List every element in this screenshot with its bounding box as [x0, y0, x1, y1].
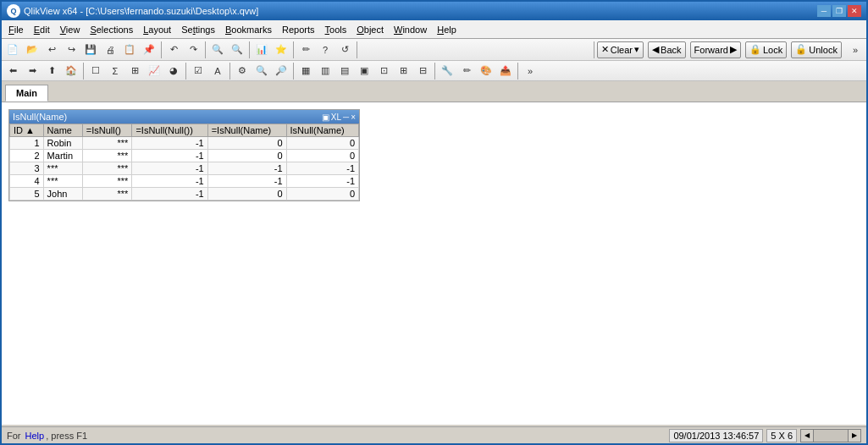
- table-cell: 0: [286, 150, 358, 162]
- tb-chart-button[interactable]: 📊: [252, 41, 271, 59]
- menu-reports[interactable]: Reports: [277, 23, 320, 36]
- tb-search-button[interactable]: 🔍: [208, 41, 227, 59]
- clear-button[interactable]: ✕ Clear ▾: [597, 41, 644, 58]
- tb2-forward-button[interactable]: ➡: [23, 62, 41, 80]
- menu-bookmarks[interactable]: Bookmarks: [220, 23, 277, 36]
- menu-file[interactable]: File: [3, 23, 29, 36]
- tb-sep2: [205, 41, 206, 58]
- help-link[interactable]: Help: [25, 431, 45, 441]
- menu-selections[interactable]: Selections: [85, 23, 138, 36]
- tb2-edit2-button[interactable]: ✏: [457, 62, 476, 80]
- tb2-home-button[interactable]: 🏠: [62, 62, 80, 80]
- tb2-sel2-button[interactable]: ▥: [316, 62, 334, 80]
- tb2-sel4-button[interactable]: ▣: [355, 62, 373, 80]
- tb2-sel3-button[interactable]: ▤: [335, 62, 354, 80]
- table-icon-snapshot[interactable]: ▣: [322, 113, 329, 122]
- tb2-table-button[interactable]: ⊞: [125, 62, 144, 80]
- tb-back-arrow-button[interactable]: ↩: [42, 41, 61, 59]
- col-header-isnull-null[interactable]: =IsNull(): [82, 124, 132, 137]
- tb-redo-button[interactable]: ↷: [184, 41, 202, 59]
- tab-bar: Main: [2, 81, 866, 102]
- minimize-button[interactable]: ─: [817, 5, 831, 17]
- table-cell: ***: [82, 188, 132, 201]
- tb2-sel7-button[interactable]: ⊟: [413, 62, 432, 80]
- col-header-isnull-name2[interactable]: IsNull(Name): [286, 124, 358, 137]
- scroll-track[interactable]: [814, 429, 848, 442]
- tb2-check-button[interactable]: ☑: [189, 62, 207, 80]
- menu-settings[interactable]: Settings: [176, 23, 220, 36]
- tb2-sum-button[interactable]: Σ: [106, 62, 124, 80]
- table-icon-close[interactable]: ×: [351, 113, 356, 122]
- tb2-gear-button[interactable]: ⚙: [233, 62, 252, 80]
- tb-question-button[interactable]: ?: [316, 41, 334, 59]
- tb-forward-arrow-button[interactable]: ↪: [62, 41, 80, 59]
- table-cell: ***: [82, 162, 132, 175]
- tb2-zoom-button[interactable]: 🔎: [272, 62, 290, 80]
- menu-layout[interactable]: Layout: [138, 23, 176, 36]
- menu-object[interactable]: Object: [351, 23, 389, 36]
- scroll-right-button[interactable]: ▶: [848, 429, 861, 442]
- tb2-up-button[interactable]: ⬆: [42, 62, 61, 80]
- app-window: Q QlikView x64 - [C:\Users\fernando.suzu…: [0, 0, 868, 445]
- table-cell: -1: [207, 175, 286, 188]
- col-header-isnull-name[interactable]: =IsNull(Name): [207, 124, 286, 137]
- tb2-tools2-button[interactable]: 🔧: [438, 62, 456, 80]
- scroll-left-button[interactable]: ◀: [800, 429, 814, 442]
- scrollbar-horizontal[interactable]: ◀ ▶: [800, 429, 861, 442]
- tb2-select-button[interactable]: ☐: [86, 62, 105, 80]
- tb-find-button[interactable]: 🔍: [228, 41, 246, 59]
- table-row: 4******-1-1-1: [10, 175, 359, 188]
- forward-arrow-icon: ▶: [730, 44, 737, 55]
- tb2-sel6-button[interactable]: ⊞: [394, 62, 412, 80]
- restore-button[interactable]: ❐: [832, 5, 846, 17]
- tab-main[interactable]: Main: [5, 85, 48, 102]
- tb2-color-button[interactable]: 🎨: [477, 62, 495, 80]
- tb-copy-button[interactable]: 📋: [120, 41, 139, 59]
- tb2-export-button[interactable]: 📤: [496, 62, 515, 80]
- table-title-icons: ▣ XL ─ ×: [322, 113, 356, 122]
- menu-tools[interactable]: Tools: [320, 23, 352, 36]
- forward-button[interactable]: Forward ▶: [690, 41, 741, 58]
- col-header-name[interactable]: Name: [43, 124, 82, 137]
- tb2-sel5-button[interactable]: ⊡: [374, 62, 393, 80]
- col-header-id[interactable]: ID ▲: [10, 124, 44, 137]
- menu-edit[interactable]: Edit: [29, 23, 55, 36]
- menu-view[interactable]: View: [55, 23, 86, 36]
- unlock-icon: 🔓: [795, 44, 807, 55]
- unlock-button[interactable]: 🔓 Unlock: [791, 41, 842, 58]
- col-header-isnull-null-null[interactable]: =IsNull(Null()): [132, 124, 207, 137]
- back-button[interactable]: ◀ Back: [648, 41, 685, 58]
- lock-button[interactable]: 🔒 Lock: [745, 41, 787, 58]
- tb-paste-button[interactable]: 📌: [140, 41, 158, 59]
- tb-overflow-button[interactable]: »: [846, 41, 865, 59]
- tb-print-button[interactable]: 🖨: [101, 41, 119, 59]
- tb2-overflow2-button[interactable]: »: [521, 62, 539, 80]
- tb2-sel1-button[interactable]: ▦: [296, 62, 315, 80]
- tb2-search2-button[interactable]: 🔍: [252, 62, 271, 80]
- tb-star-button[interactable]: ⭐: [272, 41, 290, 59]
- tb2-pie-button[interactable]: ◕: [164, 62, 183, 80]
- tb2-sep6: [517, 63, 518, 80]
- tb2-chart2-button[interactable]: 📈: [145, 62, 163, 80]
- table-cell: ***: [82, 150, 132, 162]
- close-button[interactable]: ✕: [848, 5, 861, 17]
- menu-bar: File Edit View Selections Layout Setting…: [2, 20, 866, 39]
- table-cell: 0: [207, 137, 286, 150]
- tb-reload-button[interactable]: ↺: [335, 41, 354, 59]
- menu-window[interactable]: Window: [389, 23, 432, 36]
- menu-help[interactable]: Help: [432, 23, 462, 36]
- tb-open-button[interactable]: 📂: [23, 41, 41, 59]
- table-cell: ***: [82, 137, 132, 150]
- tb2-text-button[interactable]: A: [208, 62, 227, 80]
- tb-new-button[interactable]: 📄: [3, 41, 22, 59]
- table-icon-xl[interactable]: XL: [331, 113, 341, 122]
- tb-save-button[interactable]: 💾: [81, 41, 100, 59]
- table-icon-minimize[interactable]: ─: [343, 113, 349, 122]
- tb-undo-button[interactable]: ↶: [164, 41, 183, 59]
- tb-edit-button[interactable]: ✏: [296, 41, 315, 59]
- table-title-bar: IsNull(Name) ▣ XL ─ ×: [9, 110, 359, 124]
- table-cell: 3: [10, 162, 44, 175]
- datetime-display: 09/01/2013 13:46:57: [669, 429, 763, 442]
- tb2-back-button[interactable]: ⬅: [3, 62, 22, 80]
- table-cell: 4: [10, 175, 44, 188]
